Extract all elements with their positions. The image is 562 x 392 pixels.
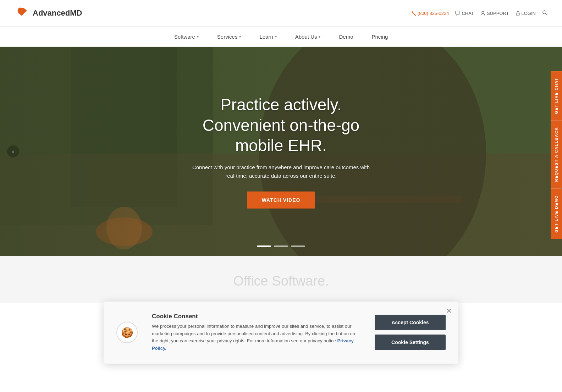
- phone-icon: [412, 11, 416, 16]
- cookie-close-button[interactable]: ✕: [446, 307, 452, 315]
- hero-subtitle: Connect with your practice from anywhere…: [143, 163, 419, 180]
- request-callback-tab[interactable]: REQUEST A CALLBACK: [551, 120, 562, 188]
- hero-section: ‹ Practice actively. Convenient on-the-g…: [0, 47, 562, 256]
- hero-content: Practice actively. Convenient on-the-go …: [143, 95, 419, 209]
- top-right-links: (800) 825-0224 CHAT SUPPORT LOGIN: [412, 10, 548, 17]
- search-button[interactable]: [542, 10, 548, 17]
- cookie-icon: 🍪: [116, 322, 138, 343]
- nav-software[interactable]: Software ▾: [172, 34, 201, 40]
- nav-about[interactable]: About Us ▾: [293, 34, 323, 40]
- slider-dots: [257, 245, 305, 247]
- about-chevron: ▾: [319, 35, 320, 39]
- cookie-title: Cookie Consent: [152, 313, 360, 320]
- slide-dot-1[interactable]: [257, 245, 271, 247]
- right-side-tabs: GET LIVE CHAT REQUEST A CALLBACK GET LIV…: [551, 71, 562, 239]
- software-chevron: ▾: [197, 35, 199, 39]
- cookie-text-area: Cookie Consent We process your personal …: [152, 313, 360, 352]
- nav-learn[interactable]: Learn ▾: [257, 34, 279, 40]
- services-chevron: ▾: [239, 35, 241, 39]
- cookie-body: We process your personal information to …: [152, 323, 360, 352]
- slide-dot-2[interactable]: [274, 245, 288, 247]
- phone-link[interactable]: (800) 825-0224: [412, 11, 449, 16]
- svg-line-4: [546, 13, 547, 15]
- get-live-chat-tab[interactable]: GET LIVE CHAT: [551, 71, 562, 120]
- prev-slide-button[interactable]: ‹: [7, 145, 19, 158]
- logo-icon: [14, 5, 30, 21]
- accept-cookies-button[interactable]: Accept Cookies: [375, 315, 446, 330]
- top-bar: AdvancedMD (800) 825-0224 CHAT SUPPORT L…: [0, 0, 562, 27]
- support-link[interactable]: SUPPORT: [480, 11, 509, 16]
- nav-pricing[interactable]: Pricing: [369, 34, 390, 40]
- logo-text: AdvancedMD: [33, 9, 82, 18]
- learn-chevron: ▾: [275, 35, 277, 39]
- lock-icon: [516, 11, 520, 16]
- search-icon: [542, 10, 548, 16]
- below-hero-title: Office Software.: [14, 274, 548, 289]
- main-nav: Software ▾ Services ▾ Learn ▾ About Us ▾…: [0, 27, 562, 47]
- logo[interactable]: AdvancedMD: [14, 5, 82, 21]
- get-live-demo-tab[interactable]: GET LIVE DEMO: [551, 188, 562, 239]
- cookie-settings-button[interactable]: Cookie Settings: [375, 335, 446, 350]
- svg-rect-0: [456, 11, 460, 14]
- hero-title: Practice actively. Convenient on-the-go …: [143, 95, 419, 156]
- svg-rect-2: [516, 13, 519, 15]
- slide-dot-3[interactable]: [291, 245, 305, 247]
- nav-demo[interactable]: Demo: [337, 34, 355, 40]
- svg-point-1: [482, 11, 484, 13]
- login-link[interactable]: LOGIN: [516, 11, 536, 16]
- watch-video-button[interactable]: WATCH VIDEO: [247, 191, 315, 208]
- cookie-consent-banner: 🍪 Cookie Consent We process your persona…: [104, 302, 458, 364]
- nav-services[interactable]: Services ▾: [215, 34, 243, 40]
- chat-link[interactable]: CHAT: [455, 11, 474, 16]
- chat-icon: [455, 11, 460, 16]
- cookie-buttons: Accept Cookies Cookie Settings: [375, 315, 446, 350]
- below-hero-section: Office Software.: [0, 256, 562, 303]
- support-icon: [480, 11, 485, 16]
